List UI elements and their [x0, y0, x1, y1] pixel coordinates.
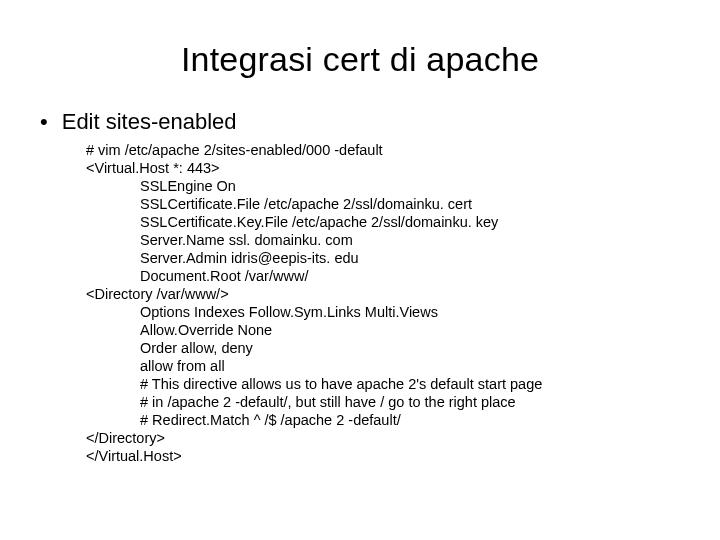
bullet-text: Edit sites-enabled — [62, 109, 237, 135]
code-line: allow from all — [86, 357, 660, 375]
code-line: </Virtual.Host> — [86, 447, 660, 465]
code-line: SSLCertificate.Key.File /etc/apache 2/ss… — [86, 213, 660, 231]
bullet-dot-icon: • — [40, 109, 48, 135]
slide-title: Integrasi cert di apache — [60, 40, 660, 79]
code-block: # vim /etc/apache 2/sites-enabled/000 -d… — [86, 141, 660, 465]
code-line: # Redirect.Match ^ /$ /apache 2 -default… — [86, 411, 660, 429]
code-line: <Directory /var/www/> — [86, 285, 660, 303]
slide: Integrasi cert di apache • Edit sites-en… — [0, 0, 720, 540]
code-line: Server.Admin idris@eepis-its. edu — [86, 249, 660, 267]
code-line: </Directory> — [86, 429, 660, 447]
code-line: Allow.Override None — [86, 321, 660, 339]
code-line: <Virtual.Host *: 443> — [86, 159, 660, 177]
code-line: Document.Root /var/www/ — [86, 267, 660, 285]
code-line: Order allow, deny — [86, 339, 660, 357]
code-line: # This directive allows us to have apach… — [86, 375, 660, 393]
code-line: # in /apache 2 -default/, but still have… — [86, 393, 660, 411]
code-line: Server.Name ssl. domainku. com — [86, 231, 660, 249]
code-line: SSLCertificate.File /etc/apache 2/ssl/do… — [86, 195, 660, 213]
code-line: SSLEngine On — [86, 177, 660, 195]
code-line: Options Indexes Follow.Sym.Links Multi.V… — [86, 303, 660, 321]
code-line: # vim /etc/apache 2/sites-enabled/000 -d… — [86, 141, 660, 159]
bullet-item: • Edit sites-enabled — [60, 109, 660, 135]
